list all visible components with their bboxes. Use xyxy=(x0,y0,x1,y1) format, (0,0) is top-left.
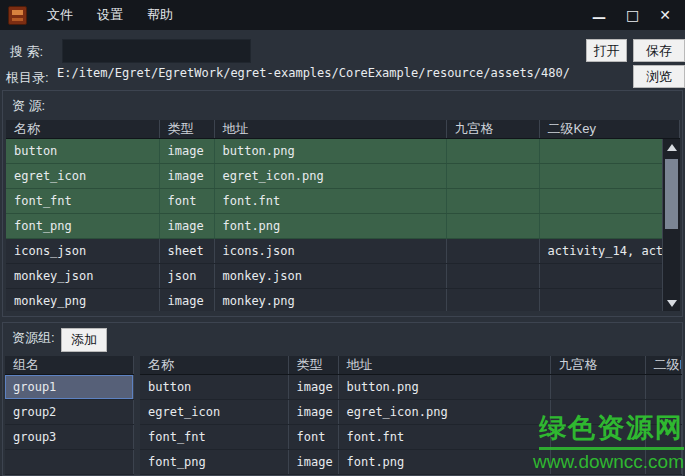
name-cell: group2 xyxy=(5,400,134,425)
keys-cell xyxy=(539,139,680,164)
type-cell: image xyxy=(159,139,214,164)
table-row[interactable]: buttonimagebutton.png xyxy=(140,375,682,400)
browse-button[interactable]: 浏览 xyxy=(633,65,685,88)
url-cell: egret_icon.png xyxy=(214,164,446,189)
close-icon[interactable]: ✕ xyxy=(659,0,671,30)
grid-cell xyxy=(446,189,539,214)
table-row[interactable]: buttonimagebutton.png xyxy=(6,139,680,164)
keys-cell xyxy=(645,375,682,400)
scroll-down-icon[interactable] xyxy=(663,295,680,311)
type-cell: font xyxy=(288,425,338,450)
keys-cell xyxy=(539,164,680,189)
save-button[interactable]: 保存 xyxy=(633,39,685,62)
menu-item-1[interactable]: 文件 xyxy=(35,0,85,30)
column-header: 名称 xyxy=(6,120,159,139)
table-row[interactable]: icons_jsonsheeticons.jsonactivity_14, ac… xyxy=(6,239,680,264)
name-cell: egret_icon xyxy=(6,164,159,189)
url-cell: font.png xyxy=(338,450,550,475)
table-row[interactable]: font_pngimagefont.png xyxy=(140,450,682,475)
table-row[interactable]: group2 xyxy=(5,400,134,425)
url-cell: font.png xyxy=(214,214,446,239)
resources-table: 名称类型地址九宫格二级Key buttonimagebutton.pngegre… xyxy=(6,120,680,311)
table-row[interactable]: monkey_jsonjsonmonkey.json xyxy=(6,264,680,289)
url-cell: font.fnt xyxy=(214,189,446,214)
minimize-icon[interactable]: — xyxy=(592,2,606,32)
grid-cell xyxy=(446,139,539,164)
keys-cell xyxy=(539,289,680,312)
search-input[interactable] xyxy=(62,39,251,63)
resources-header-row: 名称类型地址九宫格二级Key xyxy=(6,120,680,139)
group-resources-table-wrap: 名称类型地址九宫格二级Key buttonimagebutton.pngegre… xyxy=(140,356,682,476)
group-resources-header-row: 名称类型地址九宫格二级Key xyxy=(140,356,682,375)
table-row[interactable]: font_fntfontfont.fnt xyxy=(140,425,682,450)
type-cell: image xyxy=(288,400,338,425)
keys-cell xyxy=(539,264,680,289)
open-button[interactable]: 打开 xyxy=(586,39,627,62)
table-row[interactable]: egret_iconimageegret_icon.png xyxy=(140,400,682,425)
menu-item-3[interactable]: 帮助 xyxy=(135,0,185,30)
maximize-icon[interactable]: □ xyxy=(626,0,639,30)
name-cell: font_png xyxy=(6,214,159,239)
name-cell: monkey_json xyxy=(6,264,159,289)
search-label: 搜 索: xyxy=(10,43,43,61)
name-cell: font_png xyxy=(140,450,288,475)
table-row[interactable]: group1 xyxy=(5,375,134,400)
type-cell: sheet xyxy=(159,239,214,264)
scrollbar[interactable] xyxy=(662,139,680,311)
empty-row xyxy=(5,450,134,475)
column-header: 类型 xyxy=(159,120,214,139)
menu-item-2[interactable]: 设置 xyxy=(85,0,135,30)
app-window: 文件设置帮助 — □ ✕ 搜 索: 打开 保存 根目录: E:/item/Egr… xyxy=(0,0,685,476)
keys-cell xyxy=(539,214,680,239)
window-controls: — □ ✕ xyxy=(592,0,685,30)
type-cell: json xyxy=(159,264,214,289)
keys-cell xyxy=(645,425,682,450)
table-row[interactable]: font_fntfontfont.fnt xyxy=(6,189,680,214)
grid-cell xyxy=(446,264,539,289)
type-cell: image xyxy=(159,164,214,189)
scroll-thumb[interactable] xyxy=(665,159,678,229)
grid-cell xyxy=(550,450,645,475)
name-cell: button xyxy=(6,139,159,164)
type-cell: image xyxy=(159,289,214,312)
type-cell: image xyxy=(159,214,214,239)
name-cell: monkey_png xyxy=(6,289,159,312)
url-cell: monkey.json xyxy=(214,264,446,289)
root-dir-path[interactable]: E:/item/Egret/EgretWork/egret-examples/C… xyxy=(57,66,627,86)
keys-cell xyxy=(645,400,682,425)
column-header: 九宫格 xyxy=(550,356,645,375)
keys-cell: activity_14, activity_6 xyxy=(539,239,680,264)
resources-panel: 资 源: 名称类型地址九宫格二级Key buttonimagebutton.pn… xyxy=(2,90,683,317)
table-row[interactable]: font_pngimagefont.png xyxy=(6,214,680,239)
name-cell: font_fnt xyxy=(140,425,288,450)
url-cell: monkey.png xyxy=(214,289,446,312)
name-cell: egret_icon xyxy=(140,400,288,425)
resources-table-wrap: 名称类型地址九宫格二级Key buttonimagebutton.pngegre… xyxy=(6,120,680,311)
app-icon xyxy=(8,6,27,25)
add-group-button[interactable]: 添加 xyxy=(61,328,107,352)
resources-label: 资 源: xyxy=(12,97,45,115)
scroll-up-icon[interactable] xyxy=(663,139,680,155)
name-cell: group3 xyxy=(5,425,134,450)
name-cell: font_fnt xyxy=(6,189,159,214)
column-header: 地址 xyxy=(214,120,446,139)
grid-cell xyxy=(446,214,539,239)
grid-cell xyxy=(550,375,645,400)
column-header: 名称 xyxy=(140,356,288,375)
type-cell: image xyxy=(288,450,338,475)
table-row[interactable]: egret_iconimageegret_icon.png xyxy=(6,164,680,189)
column-header: 地址 xyxy=(338,356,550,375)
groups-panel: 资源组: 添加 组名 group1group2group3 名称类型地址九宫格二… xyxy=(2,322,683,476)
keys-cell xyxy=(645,450,682,475)
table-row[interactable]: group3 xyxy=(5,425,134,450)
group-resources-table: 名称类型地址九宫格二级Key buttonimagebutton.pngegre… xyxy=(140,356,682,476)
type-cell: font xyxy=(159,189,214,214)
url-cell: button.png xyxy=(338,375,550,400)
name-cell: button xyxy=(140,375,288,400)
group-names-header-row: 组名 xyxy=(5,356,134,375)
url-cell: icons.json xyxy=(214,239,446,264)
root-dir-label: 根目录: xyxy=(6,69,49,87)
keys-cell xyxy=(539,189,680,214)
grid-cell xyxy=(446,239,539,264)
table-row[interactable]: monkey_pngimagemonkey.png xyxy=(6,289,680,312)
